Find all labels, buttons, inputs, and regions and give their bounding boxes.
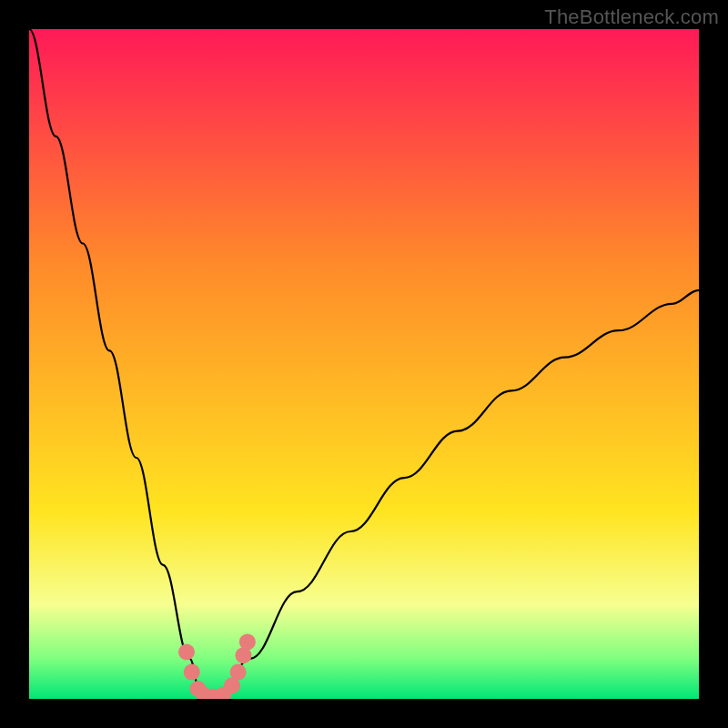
fit-marker: [239, 633, 256, 650]
gradient-background: [29, 29, 699, 699]
chart-svg: [29, 29, 699, 699]
plot-area: [29, 29, 699, 699]
fit-marker: [184, 664, 200, 681]
fit-marker: [178, 644, 195, 661]
fit-marker: [230, 664, 247, 681]
chart-frame: TheBottleneck.com: [0, 0, 728, 728]
watermark-text: TheBottleneck.com: [544, 5, 719, 29]
